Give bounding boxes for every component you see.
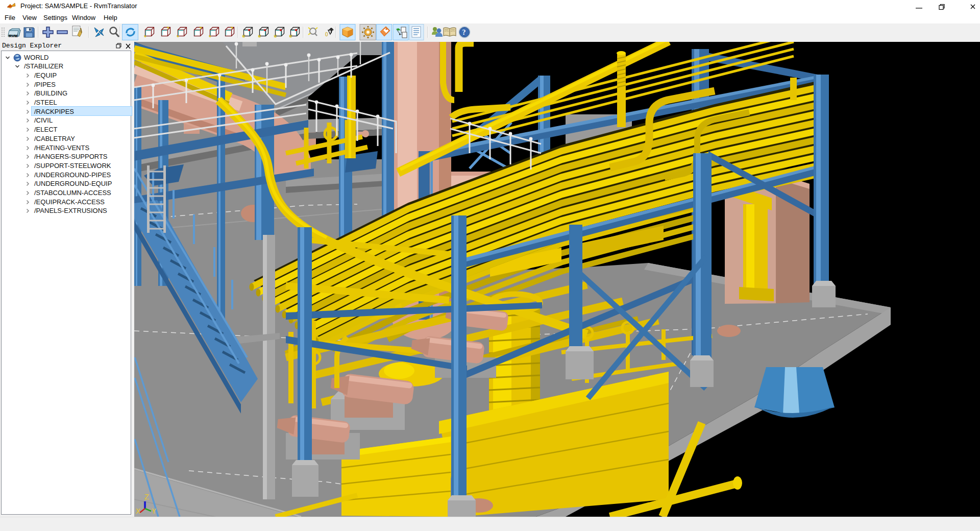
svg-text:X: X	[136, 508, 140, 516]
svg-text:Z: Z	[144, 493, 149, 502]
svg-text:RVM: RVM	[9, 34, 18, 38]
svg-text:0: 0	[325, 32, 328, 37]
svg-text:Y: Y	[152, 508, 156, 516]
svg-text:?: ?	[462, 29, 466, 36]
